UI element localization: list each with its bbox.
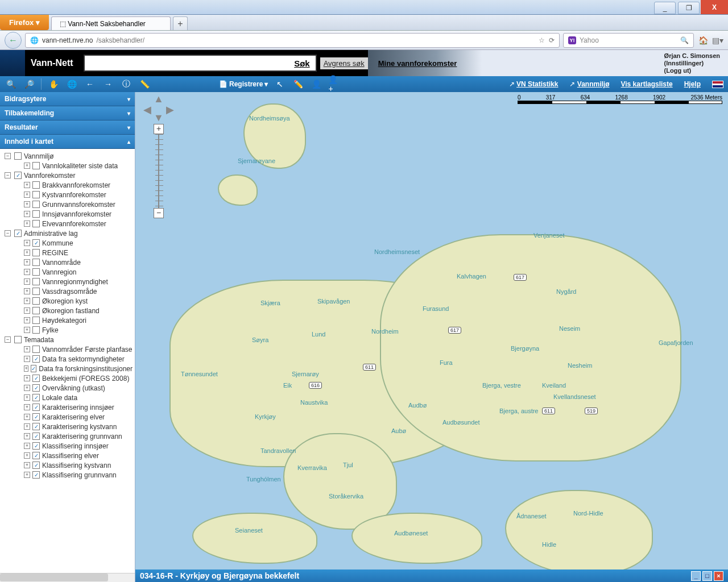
tree-checkbox[interactable]: ✓ — [32, 384, 40, 392]
tree-checkbox[interactable]: ✓ — [32, 413, 40, 421]
tree-checkbox[interactable] — [32, 220, 40, 227]
tree-item[interactable]: +REGINE — [0, 248, 135, 257]
tree-checkbox[interactable]: ✓ — [32, 423, 40, 430]
tree-checkbox[interactable]: ✓ — [32, 394, 40, 401]
tree-item[interactable]: +✓Klassifisering elver — [0, 451, 135, 460]
zoom-in-tool-icon[interactable]: 🔍 — [5, 78, 17, 90]
tree-item[interactable]: +✓Karakterisering grunnvann — [0, 431, 135, 441]
tree-checkbox[interactable]: ✓ — [14, 172, 22, 179]
bookmarks-dropdown-icon[interactable]: ▤▾ — [712, 36, 723, 45]
refine-search-link[interactable]: Avgrens søk — [320, 57, 368, 69]
tree-toggle-icon[interactable]: − — [5, 172, 11, 178]
tree-checkbox[interactable] — [32, 297, 40, 305]
add-user-icon[interactable]: 👤+ — [328, 78, 341, 90]
tree-item[interactable]: +Kystvannforekomster — [0, 190, 135, 199]
tree-checkbox[interactable]: ✓ — [32, 442, 40, 450]
pan-hand-icon[interactable]: ✋ — [47, 78, 60, 90]
tree-checkbox[interactable]: ✓ — [32, 471, 40, 479]
identify-icon[interactable]: ⓘ — [120, 78, 133, 90]
tree-item[interactable]: +✓Kommune — [0, 238, 135, 248]
tree-item[interactable]: +✓Bekkekjemi (FOREGS 2008) — [0, 373, 135, 383]
tree-toggle-icon[interactable]: + — [24, 259, 30, 265]
pan-east-icon[interactable]: ▶ — [166, 103, 174, 116]
zoom-out-tool-icon[interactable]: 🔎 — [23, 78, 35, 90]
tree-checkbox[interactable]: ✓ — [32, 462, 40, 469]
tree-toggle-icon[interactable]: + — [24, 365, 28, 372]
nav-back-button[interactable]: ← — [5, 32, 22, 49]
search-button[interactable]: Søk — [288, 59, 316, 68]
tree-checkbox[interactable] — [32, 326, 40, 334]
tree-checkbox[interactable] — [32, 307, 40, 314]
tree-checkbox[interactable]: ✓ — [32, 375, 40, 382]
tree-toggle-icon[interactable]: + — [24, 346, 30, 352]
tree-toggle-icon[interactable]: + — [24, 201, 30, 207]
tree-item[interactable]: +Vannregion — [0, 267, 135, 277]
tree-item[interactable]: +Vannregionmyndighet — [0, 277, 135, 286]
map-canvas[interactable]: ▲ ◀ ▶ ▼ + − 0317634126819022536 Meters N… — [135, 92, 728, 582]
firefox-menu-button[interactable]: Firefox ▾ — [0, 15, 49, 30]
tree-item[interactable]: +Vannområde — [0, 257, 135, 267]
tree-item[interactable]: +Økoregion kyst — [0, 296, 135, 306]
tree-checkbox[interactable] — [32, 278, 40, 285]
zoom-minus-icon[interactable]: − — [154, 208, 164, 218]
tree-item[interactable]: +✓Klassifisering innsjøer — [0, 441, 135, 451]
tree-checkbox[interactable]: ✓ — [32, 433, 40, 440]
prev-extent-icon[interactable]: ← — [84, 78, 96, 90]
tree-checkbox[interactable] — [32, 259, 40, 266]
tree-toggle-icon[interactable]: − — [5, 336, 11, 343]
tree-toggle-icon[interactable]: + — [24, 211, 30, 217]
window-minimize[interactable]: _ — [654, 2, 676, 14]
tree-checkbox[interactable] — [32, 268, 40, 276]
app-search-input[interactable] — [85, 59, 288, 68]
settings-link[interactable]: (Innstillinger) — [664, 60, 720, 67]
vis-kartlagsliste-link[interactable]: Vis kartlagsliste — [621, 80, 672, 88]
tree-item[interactable]: +Vannområder Første planfase — [0, 344, 135, 354]
search-loupe-icon[interactable]: 🔍 — [680, 36, 689, 44]
tree-toggle-icon[interactable]: + — [24, 288, 30, 294]
tree-item[interactable]: −Vannmiljø — [0, 151, 135, 161]
tree-checkbox[interactable] — [32, 191, 40, 198]
vannmiljo-link[interactable]: ↗ Vannmiljø — [569, 80, 609, 88]
tree-checkbox[interactable] — [32, 249, 40, 256]
zoom-slider[interactable]: + − — [154, 124, 164, 218]
tree-item[interactable]: −Temadata — [0, 335, 135, 344]
tree-toggle-icon[interactable]: + — [24, 307, 30, 314]
status-close-icon[interactable]: × — [714, 571, 723, 581]
tree-item[interactable]: +Økoregion fastland — [0, 306, 135, 315]
tree-toggle-icon[interactable]: + — [24, 462, 30, 468]
vn-statistik-link[interactable]: ↗ VN Statistikk — [509, 80, 559, 88]
logout-link[interactable]: (Logg ut) — [664, 67, 720, 74]
tree-item[interactable]: +✓Karakterisering kystvann — [0, 422, 135, 431]
tree-item[interactable]: +✓Klassifisering grunnvann — [0, 470, 135, 480]
tree-toggle-icon[interactable]: − — [5, 230, 11, 236]
edit-pencil-icon[interactable]: ✏️ — [292, 78, 304, 90]
tree-toggle-icon[interactable]: + — [24, 472, 30, 478]
tree-toggle-icon[interactable]: + — [24, 375, 30, 381]
tree-item[interactable]: +Elvevannforekomster — [0, 219, 135, 228]
tree-checkbox[interactable] — [32, 288, 40, 295]
full-extent-icon[interactable]: 🌐 — [65, 78, 78, 90]
tree-checkbox[interactable]: ✓ — [14, 230, 22, 237]
status-maximize-icon[interactable]: □ — [702, 571, 712, 581]
tree-toggle-icon[interactable]: − — [5, 153, 11, 159]
tree-checkbox[interactable] — [14, 336, 22, 343]
home-icon[interactable]: 🏠 — [697, 36, 709, 45]
tree-item[interactable]: +Høydekategori — [0, 315, 135, 325]
tree-item[interactable]: +Fylke — [0, 325, 135, 335]
pan-south-icon[interactable]: ▼ — [154, 112, 164, 124]
tree-toggle-icon[interactable]: + — [24, 327, 30, 333]
tree-toggle-icon[interactable]: + — [24, 278, 30, 285]
window-close[interactable]: X — [701, 0, 728, 14]
tree-toggle-icon[interactable]: + — [24, 433, 30, 439]
tree-toggle-icon[interactable]: + — [24, 221, 30, 227]
tree-checkbox[interactable] — [32, 210, 40, 218]
tree-toggle-icon[interactable]: + — [24, 250, 30, 256]
tree-item[interactable]: +Vassdragsområde — [0, 286, 135, 296]
my-waterbodies-link[interactable]: Mine vannforekomster — [378, 59, 457, 68]
tree-toggle-icon[interactable]: + — [24, 240, 30, 246]
tree-item[interactable]: −✓Administrative lag — [0, 228, 135, 238]
zoom-plus-icon[interactable]: + — [154, 124, 164, 134]
zoom-ticks[interactable] — [158, 134, 159, 208]
status-minimize-icon[interactable]: _ — [691, 571, 701, 581]
accordion-tilbakemelding[interactable]: Tilbakemelding▾ — [0, 106, 135, 120]
